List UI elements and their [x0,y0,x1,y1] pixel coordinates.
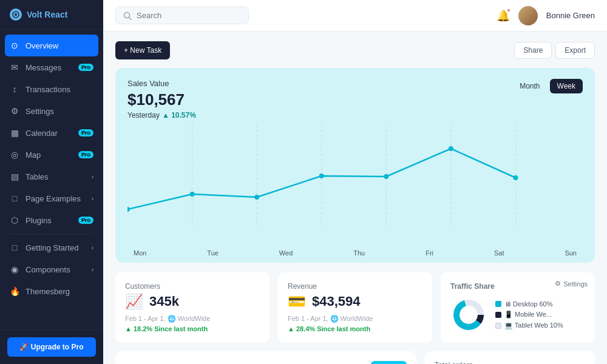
sidebar-item-components[interactable]: ◉ Components › [0,258,103,280]
customers-icon: 📈 [125,293,143,310]
chart-change: Yesterday ▲ 10.57% [127,111,196,120]
chart-header: Sales Value $10,567 Yesterday ▲ 10.57% M… [127,79,583,120]
customers-sub: Feb 1 - Apr 1, 🌐 WorldWide [125,315,260,323]
sidebar-item-tables[interactable]: ▤ Tables › [0,166,103,187]
chart-period: Yesterday [127,111,160,120]
donut-chart [450,297,487,333]
svg-point-10 [127,207,130,212]
plugins-badge: Pro [78,217,93,224]
sidebar-item-plugins-label: Plugins [25,216,52,225]
chart-label-fri: Fri [426,249,433,257]
chart-tab-week[interactable]: Week [550,79,583,93]
content-area: + New Task Share Export Sales Value $10,… [103,32,607,364]
legend-dot-tablet [495,323,501,329]
chart-area [127,124,583,246]
sidebar-divider [10,234,93,234]
app-name: Volt React [27,10,67,19]
overview-icon: ⊙ [10,41,19,50]
search-input[interactable] [137,11,234,20]
components-icon: ◉ [10,265,19,274]
avatar [518,6,538,25]
search-icon [123,12,132,20]
sidebar-item-page-examples[interactable]: □ Page Examples › [0,187,103,209]
tables-chevron: › [92,174,93,180]
svg-point-15 [449,146,453,151]
chart-label-mon: Mon [134,249,146,257]
settings-overlay[interactable]: ⚙ Settings [555,280,588,288]
sidebar-bottom: 🚀 Upgrade to Pro [0,329,103,364]
sidebar-item-messages[interactable]: ✉ Messages Pro [0,56,103,78]
calendar-badge: Pro [78,129,93,136]
settings-gear-icon: ⚙ [555,280,561,288]
traffic-body: 🖥 Desktop 60% 📱 Mobile We... 💻 Tablet We… [450,297,585,333]
header-right: 🔔 Bonnie Green [497,6,595,25]
notification-icon[interactable]: 🔔 [497,9,510,22]
toolbar: + New Task Share Export [115,41,595,59]
svg-line-3 [129,17,132,19]
chart-label-tue: Tue [207,249,219,257]
sidebar-item-overview-label: Overview [25,41,58,50]
sidebar-item-settings-label: Settings [25,107,54,116]
chart-tabs: Month Week [512,79,583,93]
components-chevron: › [92,266,93,273]
share-button[interactable]: Share [514,42,552,59]
sidebar-nav: ⊙ Overview ✉ Messages Pro ↕ Transactions… [0,30,103,329]
revenue-card: Revenue 💳 $43,594 Feb 1 - Apr 1, 🌐 World… [278,272,432,343]
stats-row: Customers 📈 345k Feb 1 - Apr 1, 🌐 WorldW… [115,272,595,343]
traffic-card: Traffic Share 🖥 Desktop 60% [441,272,595,343]
chart-info: Sales Value $10,567 Yesterday ▲ 10.57% [127,79,196,120]
svg-point-11 [190,192,195,197]
customers-card: Customers 📈 345k Feb 1 - Apr 1, 🌐 WorldW… [115,272,270,343]
getting-started-chevron: › [92,244,93,251]
sidebar-item-calendar[interactable]: ▦ Calendar Pro [0,122,103,144]
svg-point-12 [254,195,259,200]
chart-change-value: ▲ 10.57% [162,111,196,120]
map-badge: Pro [78,151,93,158]
revenue-value: $43,594 [312,294,361,309]
legend-label-desktop: 🖥 Desktop 60% [504,300,553,308]
sidebar-item-themesberg[interactable]: 🔥 Themesberg [0,280,103,302]
getting-started-icon: □ [10,243,19,252]
sidebar-item-map-label: Map [25,150,41,160]
revenue-sub: Feb 1 - Apr 1, 🌐 WorldWide [288,315,422,323]
sidebar-item-getting-started[interactable]: □ Getting Started › [0,237,103,258]
see-all-button[interactable]: See all [371,361,407,364]
new-task-button[interactable]: + New Task [115,41,170,59]
user-name: Bonnie Green [546,11,595,20]
svg-point-1 [15,13,17,16]
search-wrap [115,7,249,24]
total-orders-title: Total orders [435,361,585,364]
sidebar: Volt React ⊙ Overview ✉ Messages Pro ↕ T… [0,0,103,364]
chart-labels: Mon Tue Wed Thu Fri Sat Sun [127,246,583,263]
chart-tab-month[interactable]: Month [512,79,547,93]
messages-icon: ✉ [10,62,19,72]
customers-change: ▲ 18.2% Since last month [125,325,260,332]
page-visits-card: Page visits See all Loading visits data.… [115,351,416,364]
sidebar-item-plugins[interactable]: ⬡ Plugins Pro [0,209,103,231]
tables-icon: ▤ [10,172,19,181]
transactions-icon: ↕ [10,84,19,94]
page-visits-header: Page visits See all [125,361,407,364]
svg-point-14 [384,174,388,179]
svg-point-13 [319,174,324,178]
export-button[interactable]: Export [555,42,595,59]
page-examples-icon: □ [10,194,19,203]
plugins-icon: ⬡ [10,215,19,225]
sidebar-item-overview[interactable]: ⊙ Overview [5,35,98,56]
upgrade-button[interactable]: 🚀 Upgrade to Pro [7,337,96,357]
chart-label-sat: Sat [494,249,504,257]
donut-svg [450,297,487,333]
sidebar-item-calendar-label: Calendar [25,129,58,138]
page-examples-chevron: › [92,195,93,202]
sidebar-item-settings[interactable]: ⚙ Settings [0,100,103,122]
toolbar-actions: Share Export [514,42,595,59]
sidebar-item-tables-label: Tables [25,172,49,181]
legend-label-mobile: 📱 Mobile We... [504,311,552,318]
sidebar-item-transactions[interactable]: ↕ Transactions [0,78,103,100]
calendar-icon: ▦ [10,128,19,138]
settings-label: Settings [563,280,588,288]
sidebar-item-themesberg-label: Themesberg [25,287,70,296]
legend-label-tablet: 💻 Tablet Web 10% [504,322,563,329]
sidebar-item-map[interactable]: ◎ Map Pro [0,144,103,166]
chart-label-thu: Thu [353,249,365,257]
